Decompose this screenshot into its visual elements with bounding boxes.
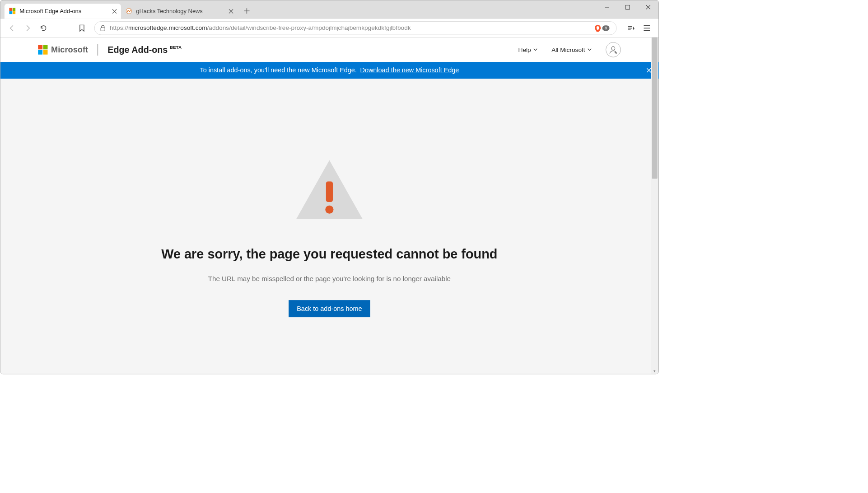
svg-rect-1 — [625, 5, 630, 9]
chevron-down-icon — [533, 48, 538, 52]
tab-label: gHacks Technology News — [136, 8, 203, 14]
close-icon[interactable] — [112, 9, 117, 14]
error-content: We are sorry, the page you requested can… — [0, 79, 658, 374]
close-window-button[interactable] — [638, 0, 658, 14]
url-text: https://microsoftedge.microsoft.com/addo… — [110, 24, 411, 32]
back-button[interactable] — [5, 21, 19, 35]
ms-grid-icon — [9, 8, 16, 14]
download-edge-link[interactable]: Download the new Microsoft Edge — [360, 66, 459, 74]
new-tab-button[interactable] — [240, 4, 254, 18]
tab-ghacks[interactable]: gHacks Technology News — [121, 4, 238, 19]
browser-toolbar: https://microsoftedge.microsoft.com/addo… — [0, 19, 658, 38]
brave-shield-button[interactable]: 8 — [594, 24, 611, 32]
back-to-home-button[interactable]: Back to add-ons home — [289, 300, 370, 317]
svg-point-3 — [611, 47, 615, 50]
brand-label: Microsoft — [51, 45, 88, 54]
svg-rect-2 — [101, 28, 105, 31]
user-icon — [609, 45, 618, 54]
tab-edge-addons[interactable]: Microsoft Edge Add-ons — [5, 4, 121, 19]
media-control-button[interactable] — [624, 21, 638, 35]
maximize-button[interactable] — [617, 0, 638, 14]
lock-icon — [100, 25, 106, 31]
banner-text: To install add-ons, you'll need the new … — [200, 66, 356, 74]
brave-block-count: 8 — [602, 25, 610, 31]
close-icon[interactable] — [229, 9, 233, 14]
microsoft-logo[interactable]: Microsoft — [38, 45, 88, 54]
page-viewport: Microsoft Edge Add-onsBETA Help All Micr… — [0, 38, 658, 374]
help-menu[interactable]: Help — [518, 46, 538, 53]
bookmark-button[interactable] — [75, 21, 89, 35]
beta-badge: BETA — [170, 44, 182, 49]
account-button[interactable] — [606, 42, 621, 57]
chevron-down-icon — [587, 48, 592, 52]
window-controls — [597, 0, 658, 14]
error-heading: We are sorry, the page you requested can… — [161, 247, 497, 262]
error-subtext: The URL may be misspelled or the page yo… — [208, 275, 451, 283]
scrollbar-thumb[interactable] — [652, 38, 658, 179]
address-bar[interactable]: https://microsoftedge.microsoft.com/addo… — [94, 21, 617, 35]
menu-button[interactable] — [640, 21, 653, 35]
minimize-button[interactable] — [597, 0, 617, 14]
all-microsoft-menu[interactable]: All Microsoft — [551, 46, 592, 53]
forward-button[interactable] — [21, 21, 34, 35]
reload-button[interactable] — [37, 21, 50, 35]
vertical-scrollbar[interactable]: ▾ — [651, 38, 658, 374]
scroll-down-arrow[interactable]: ▾ — [652, 368, 658, 373]
svg-rect-4 — [326, 182, 333, 202]
tab-strip: Microsoft Edge Add-ons gHacks Technology… — [0, 0, 658, 19]
ghacks-icon — [126, 8, 133, 14]
divider — [98, 44, 98, 56]
product-title[interactable]: Edge Add-onsBETA — [107, 44, 182, 55]
warning-icon — [294, 157, 365, 222]
tab-label: Microsoft Edge Add-ons — [19, 8, 81, 14]
ms-grid-icon — [38, 45, 47, 54]
svg-point-5 — [325, 206, 333, 214]
install-banner: To install add-ons, you'll need the new … — [0, 62, 658, 78]
site-header: Microsoft Edge Add-onsBETA Help All Micr… — [0, 38, 658, 62]
brave-lion-icon — [594, 24, 602, 32]
